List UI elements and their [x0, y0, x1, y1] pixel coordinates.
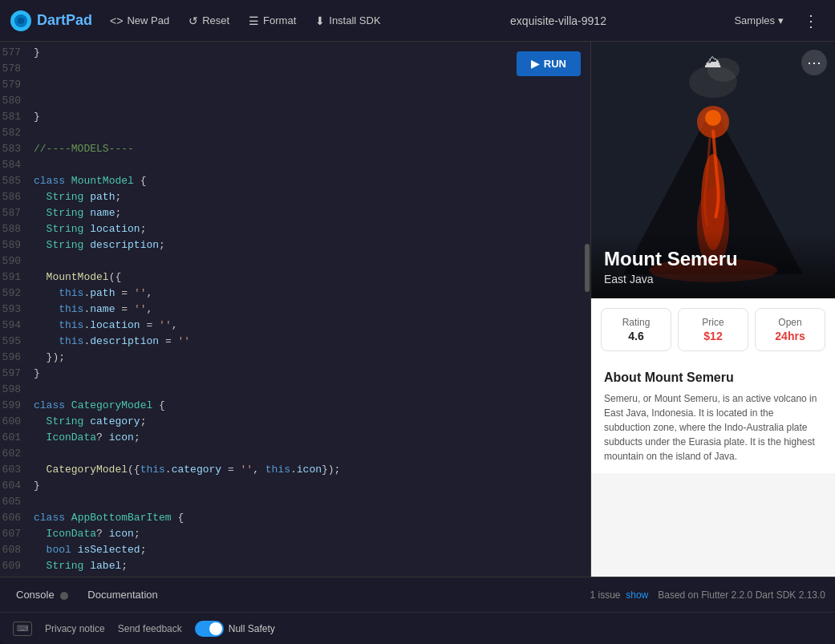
table-row: 600 String category; — [0, 414, 590, 430]
documentation-tab[interactable]: Documentation — [81, 585, 164, 604]
scrollbar[interactable] — [584, 83, 590, 577]
table-row: 598 — [0, 382, 590, 398]
about-text: Semeru, or Mount Semeru, is an active vo… — [604, 391, 822, 464]
flutter-info: Based on Flutter 2.2.0 Dart SDK 2.13.0 — [658, 589, 825, 601]
table-row: 602 — [0, 446, 590, 462]
reset-label: Reset — [202, 14, 229, 26]
rating-value: 4.6 — [608, 330, 664, 342]
samples-label: Samples — [734, 14, 775, 26]
issue-info: 1 issue show — [590, 589, 649, 601]
table-row: 609 String label; — [0, 558, 590, 574]
toggle-knob — [209, 622, 222, 635]
dartpad-logo-icon — [10, 10, 32, 32]
rating-card: Rating 4.6 — [601, 308, 671, 351]
preview-phone[interactable]: ⛰ ⋯ Mount Semeru East Java Rating 4.6 — [591, 42, 835, 577]
rating-label: Rating — [608, 317, 664, 328]
code-editor: ▶ RUN 577 } 578 579 580 — [0, 42, 590, 577]
install-sdk-button[interactable]: ⬇ Install SDK — [307, 10, 388, 32]
format-button[interactable]: ☰ Format — [241, 10, 304, 32]
open-card: Open 24hrs — [755, 308, 825, 351]
photo-top-bar: ⛰ — [591, 51, 835, 72]
run-button-container: ▶ RUN — [517, 51, 581, 76]
app-window: DartPad <> New Pad ↺ Reset ☰ Format ⬇ In… — [0, 0, 835, 644]
table-row: 577 } — [0, 45, 590, 61]
keyboard-icon[interactable]: ⌨ — [13, 622, 32, 636]
send-feedback-link[interactable]: Send feedback — [118, 623, 182, 634]
toolbar: DartPad <> New Pad ↺ Reset ☰ Format ⬇ In… — [0, 0, 835, 42]
photo-more-button[interactable]: ⋯ — [801, 50, 827, 75]
more-options-button[interactable]: ⋮ — [796, 8, 825, 34]
volcano-image: ⛰ ⋯ Mount Semeru East Java — [591, 42, 835, 298]
table-row: 595 this.description = '' — [0, 334, 590, 350]
table-row: 603 CategoryModel({this.category = '', t… — [0, 462, 590, 478]
table-row: 594 this.location = '', — [0, 318, 590, 334]
table-row: 608 bool isSelected; — [0, 542, 590, 558]
table-row: 580 — [0, 93, 590, 109]
null-safety-label: Null Safety — [229, 623, 275, 634]
code-area[interactable]: 577 } 578 579 580 581 } — [0, 42, 590, 577]
table-row: 591 MountModel({ — [0, 269, 590, 286]
table-row: 589 String description; — [0, 237, 590, 253]
table-row: 607 IconData? icon; — [0, 526, 590, 542]
mount-name: Mount Semeru — [604, 248, 822, 271]
about-title: About Mount Semeru — [604, 371, 822, 385]
table-row: 587 String name; — [0, 205, 590, 221]
table-row: 606 class AppBottomBarItem { — [0, 510, 590, 526]
table-row: 583 //----MODELS---- — [0, 141, 590, 157]
table-row: 610 — [0, 574, 590, 577]
preview-panel: ⛰ ⋯ Mount Semeru East Java Rating 4.6 — [590, 42, 835, 577]
install-sdk-label: Install SDK — [329, 14, 380, 26]
table-row: 584 — [0, 157, 590, 173]
table-row: 596 }); — [0, 350, 590, 366]
mountain-icon: ⛰ — [704, 51, 722, 72]
table-row: 597 } — [0, 366, 590, 382]
table-row: 585 class MountModel { — [0, 173, 590, 189]
issue-show-link[interactable]: show — [626, 589, 648, 601]
null-safety-toggle: Null Safety — [195, 621, 275, 637]
console-tab[interactable]: Console — [10, 585, 75, 604]
scrollbar-thumb[interactable] — [585, 244, 590, 292]
table-row: 581 } — [0, 109, 590, 125]
new-pad-button[interactable]: <> New Pad — [102, 10, 177, 32]
chevron-down-icon: ▾ — [778, 14, 784, 26]
null-safety-switch[interactable] — [195, 621, 224, 637]
toolbar-center: exquisite-villa-9912 — [392, 14, 725, 27]
format-label: Format — [263, 14, 296, 26]
info-cards: Rating 4.6 Price $12 Open 24hrs — [591, 298, 835, 361]
table-row: 601 IconData? icon; — [0, 430, 590, 446]
bottom-right: 1 issue show Based on Flutter 2.2.0 Dart… — [590, 589, 826, 601]
toolbar-right: Samples ▾ ⋮ — [728, 8, 825, 34]
svg-point-8 — [705, 110, 721, 126]
reset-button[interactable]: ↺ Reset — [180, 10, 237, 32]
table-row: 590 — [0, 253, 590, 269]
logo: DartPad — [10, 10, 92, 32]
samples-button[interactable]: Samples ▾ — [728, 11, 790, 30]
table-row: 588 String location; — [0, 221, 590, 237]
run-button[interactable]: ▶ RUN — [517, 51, 581, 76]
console-dot — [60, 592, 68, 600]
photo-overlay: Mount Semeru East Java — [591, 232, 835, 298]
run-button-label: RUN — [544, 58, 566, 70]
console-label: Console — [16, 589, 55, 601]
open-value: 24hrs — [762, 330, 818, 342]
price-value: $12 — [685, 330, 741, 342]
logo-text: DartPad — [37, 12, 92, 29]
privacy-bar: ⌨ Privacy notice Send feedback Null Safe… — [0, 612, 835, 644]
table-row: 599 class CategoryModel { — [0, 398, 590, 414]
issue-count: 1 issue — [590, 589, 621, 601]
table-row: 592 this.path = '', — [0, 286, 590, 302]
privacy-notice-link[interactable]: Privacy notice — [45, 623, 105, 634]
price-card: Price $12 — [678, 308, 748, 351]
install-icon: ⬇ — [315, 14, 325, 27]
table-row: 593 this.name = '', — [0, 302, 590, 318]
table-row: 578 — [0, 61, 590, 77]
table-row: 604 } — [0, 478, 590, 494]
bottom-bar: Console Documentation 1 issue show Based… — [0, 577, 835, 612]
reset-icon: ↺ — [188, 14, 198, 27]
table-row: 582 — [0, 125, 590, 141]
svg-point-2 — [18, 18, 24, 24]
price-label: Price — [685, 317, 741, 328]
table-row: 605 — [0, 494, 590, 510]
open-label: Open — [762, 317, 818, 328]
project-name: exquisite-villa-9912 — [510, 14, 606, 27]
